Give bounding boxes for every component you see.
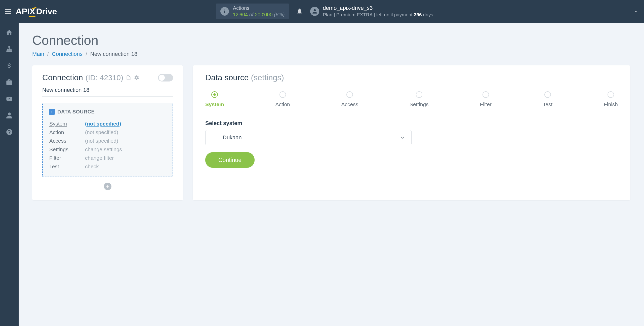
breadcrumb: Main / Connections / New connection 18 — [32, 51, 630, 57]
breadcrumb-main[interactable]: Main — [32, 51, 44, 57]
home-icon[interactable] — [6, 29, 13, 36]
connection-id: (ID: 42310) — [86, 73, 123, 82]
step-connector — [358, 95, 410, 95]
step-circle-icon — [482, 91, 489, 98]
logo-text-drive: Drive — [36, 7, 57, 16]
user-menu[interactable]: demo_apix-drive_s3 Plan | Premium EXTRA … — [310, 5, 639, 18]
youtube-icon[interactable] — [6, 95, 13, 103]
data-source-header: Data source (settings) — [205, 73, 618, 82]
step-label: Test — [543, 101, 553, 107]
svg-rect-3 — [11, 51, 12, 52]
source-row-label: Test — [49, 162, 85, 171]
continue-button[interactable]: Continue — [205, 152, 255, 168]
step-connector — [224, 95, 275, 95]
notifications-bell-icon[interactable] — [296, 8, 303, 15]
step-circle-icon — [211, 91, 218, 98]
svg-rect-1 — [6, 51, 8, 52]
source-row-value: (not specified) — [85, 120, 166, 128]
step-settings[interactable]: Settings — [410, 91, 429, 107]
actions-counter[interactable]: i Actions: 12'604 of 200'000 (6%) — [216, 4, 289, 19]
connection-name: New connection 18 — [42, 87, 173, 97]
svg-rect-2 — [9, 51, 10, 52]
document-icon[interactable] — [126, 75, 131, 80]
select-system-dropdown[interactable]: Dukaan — [205, 130, 412, 145]
user-name: demo_apix-drive_s3 — [323, 5, 433, 12]
source-row-label: Settings — [49, 145, 85, 153]
source-row-value: (not specified) — [85, 137, 166, 145]
actions-label: Actions: — [233, 5, 285, 11]
source-row-value: (not specified) — [85, 128, 166, 136]
step-label: System — [205, 101, 224, 107]
step-connector — [492, 95, 543, 95]
step-label: Settings — [410, 101, 429, 107]
step-connector — [290, 95, 341, 95]
user-plan: Plan | Premium EXTRA | left until paymen… — [323, 12, 433, 18]
step-circle-icon — [544, 91, 551, 98]
connection-title: Connection — [42, 73, 83, 82]
source-row-value: check — [85, 162, 166, 171]
top-header: API X Drive i Actions: 12'604 of 200'000… — [0, 0, 644, 23]
hamburger-menu-icon[interactable] — [3, 6, 13, 16]
main-content: Connection Main / Connections / New conn… — [19, 23, 644, 326]
source-badge: 1 — [49, 109, 55, 115]
step-circle-icon — [279, 91, 286, 98]
step-label: Access — [341, 101, 358, 107]
info-icon: i — [220, 7, 229, 16]
logo-text-api: API — [16, 7, 29, 16]
connection-toggle[interactable] — [158, 74, 173, 82]
source-row-value: change filter — [85, 154, 166, 162]
add-button[interactable]: + — [104, 183, 111, 190]
step-action[interactable]: Action — [275, 91, 290, 107]
step-label: Finish — [604, 101, 618, 107]
source-row-label: Action — [49, 128, 85, 136]
step-finish[interactable]: Finish — [604, 91, 618, 107]
breadcrumb-connections[interactable]: Connections — [52, 51, 83, 57]
wizard-stepper: SystemActionAccessSettingsFilterTestFini… — [205, 91, 618, 107]
gear-icon[interactable] — [134, 75, 139, 80]
source-title: DATA SOURCE — [57, 109, 95, 115]
chevron-down-icon[interactable] — [633, 8, 639, 14]
step-connector — [552, 95, 604, 95]
step-circle-icon — [416, 91, 422, 98]
step-filter[interactable]: Filter — [480, 91, 492, 107]
source-table: System(not specified)Action(not specifie… — [49, 119, 167, 171]
source-row-value: change settings — [85, 145, 166, 153]
breadcrumb-current: New connection 18 — [90, 51, 137, 57]
selected-system-value: Dukaan — [223, 134, 242, 141]
data-source-box: 1 DATA SOURCE System(not specified)Actio… — [42, 103, 173, 177]
sitemap-icon[interactable] — [6, 45, 13, 53]
avatar-icon — [310, 7, 319, 16]
step-label: Action — [275, 101, 290, 107]
help-icon[interactable] — [6, 128, 13, 136]
logo[interactable]: API X Drive — [16, 7, 57, 16]
logo-text-x: X — [29, 7, 35, 16]
dollar-icon[interactable] — [6, 62, 13, 69]
page-title: Connection — [32, 33, 630, 48]
briefcase-icon[interactable] — [6, 78, 13, 86]
step-access[interactable]: Access — [341, 91, 358, 107]
step-circle-icon — [608, 91, 614, 98]
step-circle-icon — [346, 91, 353, 98]
data-source-panel: Data source (settings) SystemActionAcces… — [193, 65, 630, 200]
select-system-label: Select system — [205, 120, 618, 127]
connection-panel: Connection (ID: 42310) New connection 18… — [32, 65, 183, 200]
step-test[interactable]: Test — [543, 91, 553, 107]
chevron-down-icon — [400, 135, 405, 140]
source-row-label: Filter — [49, 154, 85, 162]
actions-values: 12'604 of 200'000 (6%) — [233, 11, 285, 18]
source-row-label: Access — [49, 137, 85, 145]
step-system[interactable]: System — [205, 91, 224, 107]
step-connector — [429, 95, 480, 95]
step-label: Filter — [480, 101, 492, 107]
source-row-label: System — [49, 120, 85, 128]
user-icon[interactable] — [6, 112, 13, 119]
sidebar — [0, 23, 19, 326]
svg-rect-0 — [9, 46, 10, 48]
